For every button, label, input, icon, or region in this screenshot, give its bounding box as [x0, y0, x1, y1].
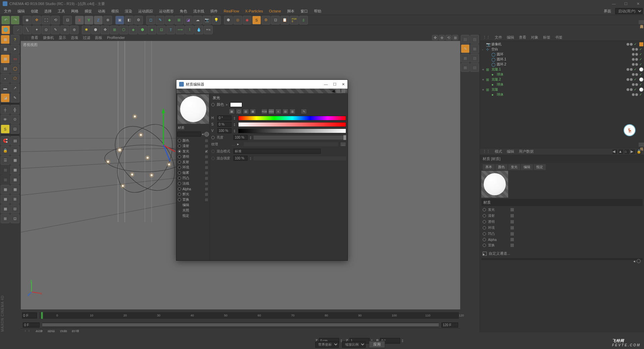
cube5-icon[interactable]: ▧: [470, 54, 479, 62]
maximize-button[interactable]: ☐: [620, 0, 632, 7]
vp-nav3-icon[interactable]: ⟲: [445, 35, 451, 40]
swatch1-icon[interactable]: ▤: [282, 109, 288, 114]
cube4-icon[interactable]: ▩: [461, 54, 470, 62]
lasso-icon[interactable]: ◯: [10, 64, 19, 73]
channel-环境[interactable]: 环境: [176, 165, 210, 170]
tb2-3[interactable]: ✦: [32, 26, 41, 34]
space-dropdown[interactable]: 世界坐标: [315, 341, 339, 348]
panel-grip-icon[interactable]: ⋮⋮: [483, 35, 490, 40]
scale-mode-dropdown[interactable]: 缩放比例: [342, 341, 366, 348]
attr-go-icon[interactable]: [637, 259, 641, 263]
move-icon[interactable]: ✥: [32, 16, 41, 24]
hue-slider[interactable]: [238, 116, 346, 120]
subtab-luminance[interactable]: 发光: [508, 164, 520, 170]
cube-primitive-icon[interactable]: ◻: [146, 16, 155, 24]
enable-axis-icon[interactable]: ┼: [1, 105, 10, 114]
grid8-icon[interactable]: ⊞: [10, 195, 19, 204]
tb2-mograph3[interactable]: ◈: [129, 26, 138, 34]
channel-烟雾[interactable]: 烟雾: [176, 170, 210, 176]
tb-node[interactable]: ⬢: [224, 16, 233, 24]
side-tab-2[interactable]: 属性: [639, 143, 644, 147]
tb-octane-target[interactable]: ◎: [233, 16, 242, 24]
menu-motion-tracker[interactable]: 运动跟踪: [136, 8, 156, 14]
obj-view[interactable]: 查看: [519, 35, 526, 40]
grid10-icon[interactable]: ⊟: [10, 204, 19, 213]
dialog-title-bar[interactable]: 材质编辑器 — ☐ ✕: [176, 80, 347, 89]
z-axis-button[interactable]: Z: [94, 16, 103, 24]
vp-view[interactable]: 查看: [31, 35, 38, 40]
tb2-4[interactable]: ⊙: [42, 26, 50, 34]
tb-octane-s[interactable]: S: [252, 16, 261, 24]
menu-mograph[interactable]: 运动图形: [156, 8, 176, 14]
h-field[interactable]: [217, 115, 231, 120]
tree-row[interactable]: ◯圆环.1✓: [481, 57, 643, 62]
tb2-mograph2[interactable]: ⬡: [119, 26, 128, 34]
panel-grip-icon[interactable]: ⋮⋮: [483, 149, 490, 154]
range-start-field[interactable]: [23, 322, 40, 328]
menu-tools[interactable]: 工具: [55, 8, 68, 14]
grid9-icon[interactable]: ▦: [1, 204, 10, 213]
attr-channel-Alpha[interactable]: Alpha: [481, 237, 643, 242]
channel-Alpha[interactable]: Alpha: [176, 186, 210, 192]
val-slider[interactable]: [238, 129, 346, 133]
layers-icon[interactable]: ☰: [1, 156, 10, 165]
last-tool-icon[interactable]: ⊡: [63, 16, 72, 24]
menu-mesh[interactable]: 网格: [68, 8, 81, 14]
vp-nav1-icon[interactable]: ✥: [432, 35, 438, 40]
snap-settings-icon[interactable]: ⊡: [10, 124, 19, 134]
tb-octane-live[interactable]: ◉: [243, 16, 252, 24]
menu-pipeline[interactable]: 流水线: [191, 8, 207, 14]
spectrum-icon[interactable]: ▧: [243, 109, 249, 114]
dialog-maximize-button[interactable]: ☐: [333, 82, 336, 87]
y-axis-button[interactable]: Y: [85, 16, 93, 24]
vp-cameras[interactable]: 摄像机: [43, 35, 54, 40]
tb2-mograph6[interactable]: ⊡: [157, 26, 166, 34]
live-select-icon[interactable]: ◉: [23, 16, 32, 24]
tree-row[interactable]: +⊞克隆.2✓: [481, 77, 643, 82]
attr-edit[interactable]: 编辑: [507, 149, 514, 154]
cube1-icon[interactable]: ▧: [461, 35, 470, 44]
attr-channel-发光[interactable]: 发光: [481, 207, 643, 213]
strip-arrow-icon[interactable]: ◀: [332, 89, 335, 93]
blendmode-field[interactable]: [233, 149, 321, 154]
menu-edit[interactable]: 编辑: [15, 8, 28, 14]
tree-row[interactable]: 📷摄像机✓: [481, 42, 643, 47]
s-field[interactable]: [217, 122, 231, 127]
cube6-icon[interactable]: ▦: [461, 63, 470, 72]
axis-mod-icon[interactable]: ╬: [10, 105, 19, 114]
grid1-icon[interactable]: ▦: [10, 146, 19, 155]
object-tree[interactable]: 📷摄像机✓-⊹空白✓◯圆环✓◯圆环.1✓◯圆环.2✓+⊞克隆.1✓●球体✓+⊞克…: [480, 41, 644, 148]
workplane-icon[interactable]: ▤: [1, 64, 10, 73]
grid2-icon[interactable]: ▦: [10, 156, 19, 165]
texture-play-icon[interactable]: ▸: [237, 142, 242, 147]
v-field[interactable]: [217, 128, 231, 133]
cube2-icon[interactable]: ▨: [470, 35, 479, 44]
attr-userdata[interactable]: 用户数据: [519, 149, 534, 154]
blendstr-field[interactable]: [233, 156, 248, 161]
sat-slider[interactable]: [238, 122, 346, 127]
channel-凹凸[interactable]: 凹凸: [176, 176, 210, 181]
channel-发光[interactable]: 发光: [176, 149, 210, 154]
placeholder1[interactable]: ▦: [1, 165, 10, 174]
world-icon[interactable]: 🌐: [1, 26, 10, 34]
camera-icon[interactable]: 📷: [203, 16, 211, 24]
render-region-icon[interactable]: ◧: [125, 16, 133, 24]
obj-bookmarks[interactable]: 书签: [555, 35, 562, 40]
tb2-2[interactable]: ╲: [23, 26, 32, 34]
select-cursor-icon[interactable]: ➤: [10, 45, 19, 54]
tb2-fx1[interactable]: ✱: [82, 26, 91, 34]
eyedropper-icon[interactable]: ✎: [301, 109, 307, 114]
help-icon[interactable]: ?: [10, 35, 19, 44]
make-editable-icon[interactable]: ▦: [1, 35, 10, 44]
tb-jb[interactable]: ꞵ: [299, 16, 308, 24]
playhead[interactable]: [41, 312, 43, 319]
tb2-sim1[interactable]: 💧: [195, 26, 203, 34]
menu-help[interactable]: 帮助: [311, 8, 324, 14]
rect-select-icon[interactable]: ▭: [10, 54, 19, 63]
wheel-icon[interactable]: ◯: [236, 109, 242, 114]
cube3-icon[interactable]: ▦: [470, 44, 479, 53]
timeline-ruler[interactable]: 0102030405060708090100110120: [40, 312, 459, 319]
swatch2-icon[interactable]: ▥: [289, 109, 296, 114]
workplane2-icon[interactable]: ▤: [10, 136, 19, 145]
tb2-6[interactable]: ⊗: [60, 26, 69, 34]
